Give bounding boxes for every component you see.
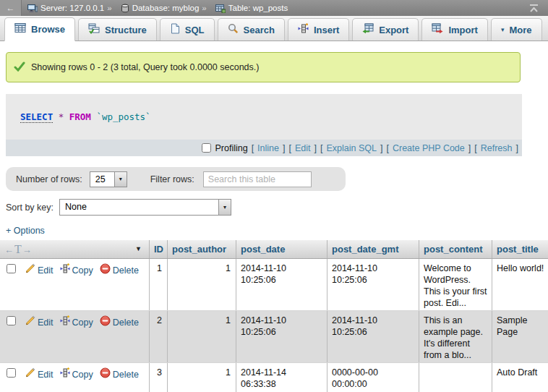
tab-structure-label: Structure	[105, 25, 147, 35]
cell-post-title: Auto Draft	[492, 363, 548, 392]
tab-browse[interactable]: Browse	[4, 17, 75, 41]
row-checkbox[interactable]	[7, 316, 16, 325]
number-of-rows-label: Number of rows:	[16, 174, 82, 184]
status-message-text: Showing rows 0 - 2 (3 total, Query took …	[31, 62, 259, 72]
delete-row-link[interactable]: Delete	[100, 263, 139, 277]
create-php-code-link[interactable]: Create PHP Code	[393, 143, 465, 153]
options-toggle-link[interactable]: + Options	[6, 226, 45, 236]
sql-keyword-from: FROM	[69, 111, 91, 122]
edit-row-link[interactable]: Edit	[25, 315, 53, 329]
header-post-date-gmt[interactable]: post_date_gmt	[327, 240, 419, 258]
header-id[interactable]: ID	[150, 240, 168, 258]
copy-row-link[interactable]: Copy	[60, 263, 93, 277]
table-row: Edit Copy Delete 3 1 2014-11-14 06:33:38…	[0, 363, 548, 392]
import-icon	[432, 23, 443, 37]
column-arrows-icon[interactable]: ←T→	[4, 240, 33, 259]
header-post-date[interactable]: post_date	[236, 240, 327, 258]
delete-row-link[interactable]: Delete	[100, 367, 139, 381]
tab-insert[interactable]: Insert	[288, 18, 349, 41]
refresh-link[interactable]: Refresh	[481, 143, 513, 153]
cell-post-date: 2014-11-10 10:25:06	[236, 259, 327, 310]
header-post-title[interactable]: post_title	[492, 240, 548, 258]
success-check-icon	[14, 61, 25, 74]
cell-id: 2	[150, 311, 168, 362]
cell-post-date-gmt: 0000-00-00 00:00:00	[327, 363, 419, 392]
row-actions: Edit Copy Delete	[0, 311, 150, 362]
query-options-row: Profiling [ Inline ] [ Edit ] [ Explain …	[6, 140, 522, 156]
header-post-content[interactable]: post_content	[419, 240, 492, 258]
number-of-rows-value: 25	[90, 172, 114, 187]
cell-id: 3	[150, 363, 168, 392]
cell-post-title: Sample Page	[492, 311, 548, 362]
breadcrumb-database[interactable]: Database: myblog	[132, 4, 200, 12]
tab-export[interactable]: Export	[352, 18, 419, 41]
bracket: [	[252, 143, 254, 153]
pencil-icon	[25, 367, 35, 381]
number-of-rows-select[interactable]: 25 ▾	[90, 171, 127, 187]
table-tabs: Browse Structure SQL Search Insert Expor…	[0, 16, 548, 41]
collapse-page-icon[interactable]	[528, 4, 539, 13]
tab-search-label: Search	[244, 25, 275, 35]
edit-query-link[interactable]: Edit	[295, 143, 311, 153]
tab-export-label: Export	[379, 25, 408, 35]
inline-link[interactable]: Inline	[257, 143, 279, 153]
edit-label: Edit	[38, 369, 53, 380]
cell-post-author: 1	[168, 363, 236, 392]
delete-icon	[100, 367, 111, 381]
cell-post-date-gmt: 2014-11-10 10:25:06	[327, 311, 419, 362]
row-checkbox[interactable]	[7, 264, 16, 273]
sql-table-identifier: `wp_posts`	[96, 111, 150, 122]
copy-icon	[60, 315, 70, 329]
bracket: [	[320, 143, 322, 153]
delete-row-link[interactable]: Delete	[100, 315, 139, 329]
chevron-down-icon: ▾	[114, 172, 127, 187]
copy-label: Copy	[72, 265, 93, 276]
sql-star: *	[59, 111, 64, 122]
search-icon	[228, 23, 239, 37]
edit-row-link[interactable]: Edit	[25, 263, 53, 277]
sort-by-key-row: Sort by key: None ▾	[6, 199, 548, 216]
breadcrumb-separator: »	[107, 4, 111, 12]
delete-label: Delete	[113, 265, 139, 276]
cell-post-content: This is an example page. It's different …	[419, 311, 492, 362]
cell-post-content: Welcome to WordPress. This is your first…	[419, 259, 492, 310]
row-checkbox[interactable]	[7, 368, 16, 378]
header-post-author[interactable]: post_author	[168, 240, 236, 258]
pencil-icon	[25, 315, 35, 329]
tab-import-label: Import	[448, 25, 477, 35]
tab-import[interactable]: Import	[421, 18, 487, 41]
tab-browse-label: Browse	[31, 24, 65, 35]
sql-query-panel: SELECT * FROM `wp_posts` Profiling [ Inl…	[6, 94, 522, 156]
cell-post-title: Hello world!	[492, 259, 548, 310]
tab-more[interactable]: ▾ More	[491, 18, 542, 41]
bracket: ]	[468, 143, 471, 153]
explain-sql-link[interactable]: Explain SQL	[326, 143, 376, 153]
profiling-checkbox[interactable]	[202, 143, 211, 153]
result-controls-bar: Number of rows: 25 ▾ Filter rows:	[6, 167, 346, 191]
tab-sql[interactable]: SQL	[160, 18, 215, 41]
copy-icon	[60, 263, 70, 277]
status-message: Showing rows 0 - 2 (3 total, Query took …	[6, 52, 521, 82]
breadcrumb-separator: »	[202, 4, 206, 12]
tab-search[interactable]: Search	[218, 18, 285, 41]
breadcrumb-server[interactable]: Server: 127.0.0.1	[40, 4, 104, 12]
cell-post-author: 1	[168, 259, 236, 310]
chevron-down-icon: ▾	[218, 200, 231, 215]
sort-by-key-select[interactable]: None ▾	[59, 199, 231, 216]
sort-desc-icon[interactable]: ▼	[135, 240, 142, 258]
breadcrumb-table[interactable]: Table: wp_posts	[228, 4, 288, 12]
cell-post-date-gmt: 2014-11-10 10:25:06	[327, 259, 419, 310]
row-actions-header[interactable]: ←T→ ▼	[0, 240, 150, 258]
copy-icon	[60, 367, 70, 381]
filter-rows-input[interactable]	[203, 171, 312, 187]
tab-structure[interactable]: Structure	[78, 18, 157, 41]
nav-panel-collapse-button[interactable]: ←	[0, 0, 22, 16]
table-icon	[215, 4, 226, 13]
browse-icon	[14, 22, 26, 36]
edit-row-link[interactable]: Edit	[25, 367, 53, 381]
sort-by-key-label: Sort by key:	[6, 203, 53, 213]
cell-id: 1	[150, 259, 168, 310]
cell-post-content	[419, 363, 492, 392]
copy-row-link[interactable]: Copy	[60, 315, 93, 329]
copy-row-link[interactable]: Copy	[60, 367, 93, 381]
